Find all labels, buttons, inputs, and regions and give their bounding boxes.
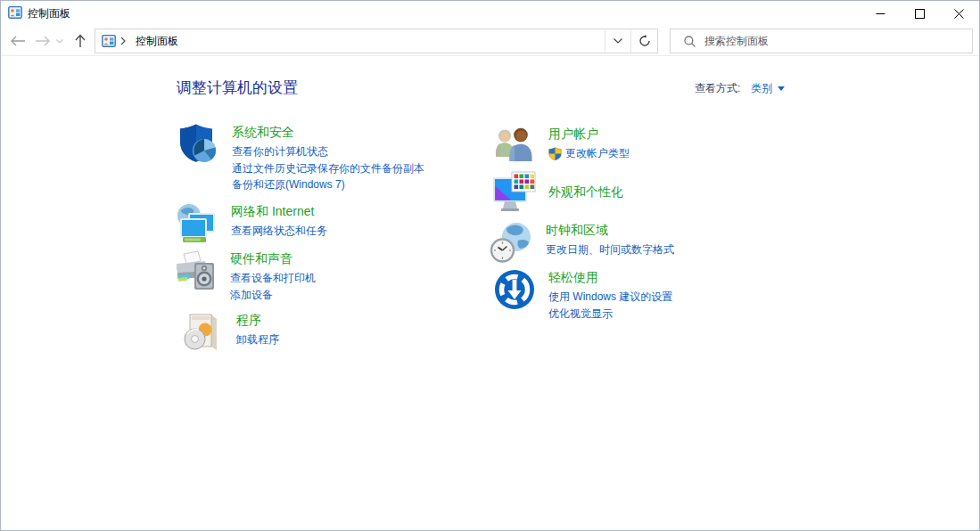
category-appearance-personalization: 外观和个性化 [493, 171, 623, 214]
category-title[interactable]: 轻松使用 [548, 268, 672, 286]
address-dropdown-icon[interactable] [605, 29, 630, 53]
view-by-label: 查看方式: [695, 81, 740, 96]
clock-region-icon[interactable] [490, 221, 533, 264]
task-link[interactable]: 查看网络状态和任务 [231, 223, 327, 240]
window-title: 控制面板 [28, 6, 70, 21]
programs-icon[interactable] [181, 311, 224, 354]
task-link-label: 更改帐户类型 [565, 145, 630, 162]
ease-of-access-icon[interactable] [493, 268, 536, 311]
user-accounts-icon[interactable] [493, 125, 536, 167]
category-title[interactable]: 用户帐户 [548, 125, 630, 143]
view-by-value-link[interactable]: 类别 [751, 81, 772, 96]
task-link[interactable]: 卸载程序 [236, 331, 279, 348]
breadcrumb-control-panel[interactable]: 控制面板 [136, 34, 178, 49]
forward-icon[interactable] [31, 29, 54, 53]
control-panel-icon [102, 34, 116, 48]
search-box[interactable] [670, 29, 973, 53]
network-internet-icon[interactable] [176, 202, 218, 245]
task-link[interactable]: 更改日期、时间或数字格式 [546, 241, 674, 258]
category-title[interactable]: 时钟和区域 [546, 221, 674, 239]
task-link[interactable]: 优化视觉显示 [548, 306, 672, 323]
refresh-icon[interactable] [630, 29, 657, 53]
category-system-and-security: 系统和安全 查看你的计算机状态 通过文件历史记录保存你的文件备份副本 备份和还原… [177, 123, 424, 193]
view-by-dropdown-icon[interactable] [778, 86, 785, 91]
category-ease-of-access: 轻松使用 使用 Windows 建议的设置 优化视觉显示 [493, 268, 672, 322]
appearance-personalization-icon[interactable] [493, 171, 536, 214]
category-clock-and-region: 时钟和区域 更改日期、时间或数字格式 [490, 221, 674, 264]
task-link[interactable]: 添加设备 [230, 287, 316, 304]
uac-shield-icon [548, 147, 562, 160]
titlebar: 控制面板 [1, 1, 979, 26]
task-link[interactable]: 通过文件历史记录保存你的文件备份副本 [232, 160, 424, 177]
task-link[interactable]: 查看设备和打印机 [230, 270, 316, 287]
task-link[interactable]: 查看你的计算机状态 [232, 143, 424, 160]
category-network-and-internet: 网络和 Internet 查看网络状态和任务 [176, 202, 327, 245]
category-title[interactable]: 外观和个性化 [548, 183, 623, 200]
task-link[interactable]: 使用 Windows 建议的设置 [548, 289, 672, 306]
task-link-change-account-type[interactable]: 更改帐户类型 [548, 145, 630, 162]
task-link[interactable]: 备份和还原(Windows 7) [232, 176, 424, 193]
address-bar[interactable]: 控制面板 [95, 29, 658, 53]
category-title[interactable]: 网络和 Internet [231, 202, 327, 220]
up-icon[interactable] [69, 29, 92, 53]
back-icon[interactable] [6, 29, 29, 53]
category-user-accounts: 用户帐户 更改帐户类型 [493, 125, 630, 167]
category-title[interactable]: 程序 [236, 311, 279, 329]
recent-pages-chevron-icon[interactable] [53, 29, 67, 53]
hardware-sound-icon[interactable] [175, 249, 218, 292]
navigation-bar: 控制面板 [1, 26, 979, 56]
close-button[interactable] [939, 1, 979, 26]
breadcrumb-chevron-icon[interactable] [120, 37, 126, 45]
search-input[interactable] [704, 30, 967, 52]
system-security-shield-icon[interactable] [177, 123, 219, 166]
minimize-button[interactable] [861, 1, 901, 26]
category-title[interactable]: 系统和安全 [232, 123, 424, 141]
category-programs: 程序 卸载程序 [181, 311, 279, 354]
search-icon [684, 36, 696, 47]
control-panel-window: 控制面板 [0, 0, 980, 531]
page-title: 调整计算机的设置 [177, 78, 298, 98]
maximize-button[interactable] [900, 1, 940, 26]
category-hardware-and-sound: 硬件和声音 查看设备和打印机 添加设备 [175, 249, 316, 303]
control-panel-icon [8, 5, 22, 20]
view-by-control: 查看方式: 类别 [695, 81, 785, 96]
category-title[interactable]: 硬件和声音 [230, 249, 316, 267]
